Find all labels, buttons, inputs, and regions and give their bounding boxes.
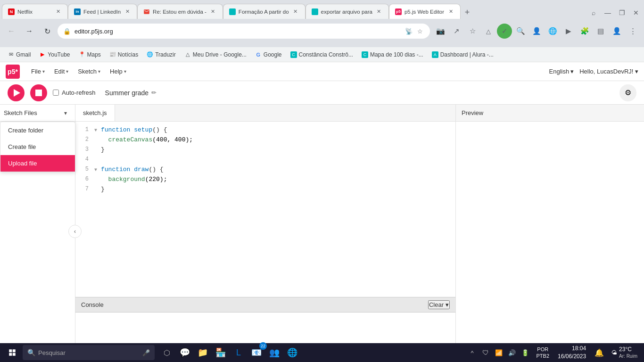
menu-edit[interactable]: Edit ▾ [50,66,72,77]
screen-capture-icon[interactable]: 📷 [433,24,448,39]
line-fold-7 [94,185,101,195]
menu-help[interactable]: Help ▾ [106,66,130,77]
taskbar: 🔍 Pesquisar 🎤 ⬡ 💬 📁 🏪 L 📧 22 👥 🌐 ^ 🛡 📶 🔊… [0,343,644,362]
taskbar-start-button[interactable] [4,344,21,361]
tab-linkedin[interactable]: in Feed | LinkedIn ✕ [68,4,137,19]
new-tab-button[interactable]: + [461,6,474,19]
menu-file-chevron-icon: ▾ [42,69,45,74]
sidebar-collapse-button[interactable]: ‹ [68,225,82,238]
taskbar-chevron-up-icon[interactable]: ^ [466,346,479,359]
ext2-icon[interactable]: 👤 [529,24,544,39]
auto-refresh-label[interactable]: Auto-refresh [53,89,96,96]
taskbar-chat-icon[interactable]: 💬 [176,344,193,361]
create-file-item[interactable]: Create file [0,139,75,155]
taskbar-temperature: 23°C [619,346,637,354]
reload-button[interactable]: ↻ [40,24,55,39]
bookmark-maps-label: Maps [87,51,101,58]
user-avatar-icon[interactable]: 👤 [609,24,624,39]
puzzle-icon[interactable]: 🧩 [577,24,592,39]
tab-p5js-close-icon[interactable]: ✕ [447,8,454,16]
create-folder-item[interactable]: Create folder [0,122,75,139]
taskbar-explorer-icon[interactable]: 📁 [194,344,211,361]
bookmark-mapa[interactable]: C Mapa de 100 dias -... [358,50,427,59]
taskbar-notification-icon[interactable]: 🔔 [593,346,606,359]
close-window-icon[interactable]: ✕ [630,7,642,19]
taskbar-chrome-icon[interactable]: 🌐 [284,344,301,361]
play-button[interactable] [8,84,25,101]
language-selector[interactable]: English ▾ [549,68,574,75]
taskbar-clock[interactable]: 18:04 16/06/2023 [554,345,590,361]
line-fold-5[interactable]: ▼ [94,165,101,175]
console-clear-button[interactable]: Clear ▾ [428,300,450,309]
bookmark-maps[interactable]: 📍 Maps [75,50,105,59]
bookmark-youtube[interactable]: ▶ YouTube [35,50,74,59]
bookmark-drive[interactable]: △ Meu Drive - Google... [181,50,250,59]
taskbar-language-indicator: POR PTB2 [535,346,552,360]
back-button[interactable]: ← [4,24,19,39]
taskbar-weather[interactable]: 🌤 23°C Ar: Ruim [609,346,640,360]
sidebar-title: Sketch Files [4,109,58,116]
taskbar-network-icon[interactable]: 📶 [492,346,505,359]
bookmark-alura-dash[interactable]: A Dashboard | Alura -... [428,50,497,59]
tab-netflix-close-icon[interactable]: ✕ [54,8,62,16]
line-number-6: 6 [75,175,94,185]
cast-icon[interactable]: 📡 [405,27,413,35]
console-header: Console Clear ▾ [75,297,455,313]
taskbar-search-mic-icon[interactable]: 🎤 [142,349,150,356]
tab-p5js[interactable]: p5 p5.js Web Editor ✕ [389,4,461,19]
bookmark-traduzir[interactable]: 🌐 Traduzir [143,50,180,59]
taskbar-social-icon[interactable]: 👥 [266,344,283,361]
share-icon[interactable]: ↗ [449,24,464,39]
forward-button[interactable]: → [22,24,37,39]
google-drive-ext-icon[interactable]: △ [481,24,496,39]
ext3-icon[interactable]: 🌐 [545,24,560,39]
sketch-edit-icon[interactable]: ✏ [151,89,157,96]
line-fold-6 [94,175,101,185]
sidebar-ext-icon[interactable]: ▤ [593,24,608,39]
tab-search-icon[interactable]: ⌕ [587,7,600,19]
stop-button[interactable] [30,84,47,101]
tab-alura1-title: Formação A partir do [239,9,289,15]
chrome-star-icon[interactable]: ☆ [465,24,480,39]
editor-area: sketch.js 1 ▼ function setup() { 2 creat… [75,105,455,358]
code-editor[interactable]: 1 ▼ function setup() { 2 createCanvas(40… [75,122,455,297]
mapa-bm-icon: C [362,51,368,58]
auto-refresh-text: Auto-refresh [62,89,96,96]
minimize-icon[interactable]: — [602,7,614,19]
line-fold-1[interactable]: ▼ [94,125,101,135]
taskbar-volume-icon[interactable]: 🔊 [505,346,519,359]
bookmark-gmail[interactable]: ✉ Gmail [4,50,34,59]
taskbar-search-bar[interactable]: 🔍 Pesquisar 🎤 [23,345,155,360]
menu-sketch[interactable]: Sketch ▾ [74,66,104,77]
address-bar[interactable]: 🔒 editor.p5js.org 📡 ☆ [58,24,430,39]
taskbar-battery-icon[interactable]: 🔋 [519,346,532,359]
tab-gmail[interactable]: Re: Estou em dúvida - ✕ [137,4,223,19]
bookmark-star-icon[interactable]: ☆ [416,27,424,35]
upload-file-item[interactable]: Upload file [0,155,75,172]
sidebar-toggle-button[interactable]: ▾ [60,107,71,119]
tab-gmail-close-icon[interactable]: ✕ [209,8,217,16]
taskbar-task-view-icon[interactable]: ⬡ [158,344,175,361]
editor-tab-sketchjs[interactable]: sketch.js [75,105,115,121]
tab-alura1[interactable]: Formação A partir do ✕ [223,4,305,19]
google-check-ext-icon[interactable]: ✓ [497,24,512,39]
tab-alura2[interactable]: exportar arquivo para ✕ [305,4,389,19]
tab-linkedin-close-icon[interactable]: ✕ [124,8,131,16]
tab-netflix[interactable]: N Netflix ✕ [2,4,68,19]
bookmark-constancia[interactable]: C Constância Constrô... [287,50,357,59]
bookmark-google[interactable]: G Google [251,50,286,59]
bookmark-noticias[interactable]: 📰 Notícias [106,50,142,59]
chrome-menu-icon[interactable]: ⋮ [625,24,640,39]
tab-alura2-close-icon[interactable]: ✕ [375,8,383,16]
tab-alura1-close-icon[interactable]: ✕ [292,8,299,16]
taskbar-store-icon[interactable]: 🏪 [212,344,229,361]
youtube-ext-icon[interactable]: ▶ [561,24,576,39]
settings-button[interactable]: ⚙ [619,84,636,101]
auto-refresh-checkbox[interactable] [53,90,59,96]
taskbar-app1-icon[interactable]: L [230,344,247,361]
address-icons: 📡 ☆ [405,27,424,35]
ext1-icon[interactable]: 🔍 [513,24,528,39]
taskbar-shield-icon[interactable]: 🛡 [479,346,492,359]
maximize-icon[interactable]: ❐ [616,7,628,19]
menu-file[interactable]: File ▾ [27,66,49,77]
